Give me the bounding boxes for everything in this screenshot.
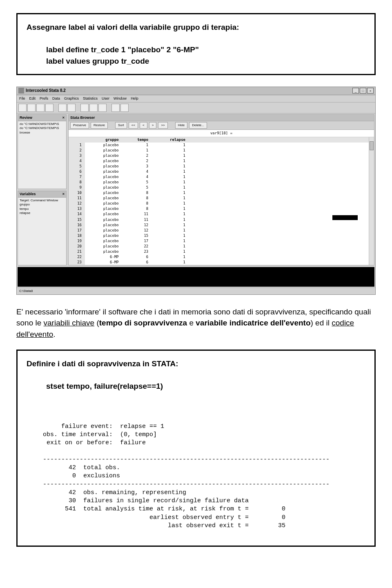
tool-btn[interactable] [67, 104, 76, 112]
browser-btn-prev[interactable]: < [140, 122, 147, 129]
cmd-stset: stset tempo, failure(relapse==1) [46, 381, 365, 392]
col-gruppo: gruppo [85, 137, 122, 143]
panel-close-icon[interactable]: × [62, 192, 65, 197]
tool-btn[interactable] [18, 104, 27, 112]
table-row[interactable]: 226-MP61 [69, 254, 369, 260]
table-row[interactable]: 4placebo21 [69, 158, 369, 164]
scroll-thumb[interactable] [370, 141, 374, 150]
variables-item[interactable]: gruppo [20, 203, 65, 207]
browser-btn-last[interactable]: >> [158, 122, 167, 129]
menu-file[interactable]: File [19, 96, 25, 101]
menu-data[interactable]: Data [52, 96, 60, 101]
browser-btn-sort[interactable]: Sort [115, 122, 127, 129]
app-icon [18, 88, 24, 94]
table-row[interactable]: 5placebo31 [69, 164, 369, 169]
table-row[interactable]: 17placebo121 [69, 228, 369, 233]
box-stset: Definire i dati di sopravvivenza in STAT… [16, 350, 376, 547]
vertical-scrollbar[interactable] [369, 137, 374, 265]
menu-graphics[interactable]: Graphics [64, 96, 79, 101]
menubar: File Edit Prefs Data Graphics Statistics… [17, 95, 375, 102]
table-row[interactable]: 20placebo221 [69, 244, 369, 249]
review-item[interactable]: do "C:\WINDOWS\TEMP\S [20, 122, 65, 126]
main-area: Review × do "C:\WINDOWS\TEMP\S do "C:\WI… [17, 114, 375, 266]
table-row[interactable]: 15placebo111 [69, 217, 369, 223]
para-underline-1: variabili chiave [44, 318, 95, 327]
browser-btn-first[interactable]: << [129, 122, 138, 129]
review-body: do "C:\WINDOWS\TEMP\S do "C:\WINDOWS\TEM… [18, 121, 66, 136]
tool-btn[interactable] [98, 104, 107, 112]
box2-title: Definire i dati di sopravvivenza in STAT… [27, 358, 365, 370]
data-table: gruppo tempo relapse 1placebo112placebo1… [69, 137, 369, 265]
variables-title-text: Variables [20, 192, 36, 197]
table-row[interactable]: 9placebo51 [69, 185, 369, 190]
stata-window: Intercooled Stata 8.2 _ □ × File Edit Pr… [16, 87, 376, 294]
table-row[interactable]: 8placebo51 [69, 180, 369, 185]
toolbar [17, 102, 375, 114]
command-window[interactable] [18, 267, 374, 287]
maximize-button[interactable]: □ [360, 88, 366, 94]
box1-title: Assegnare label ai valori della variabil… [27, 22, 365, 33]
data-table-wrap: gruppo tempo relapse 1placebo112placebo1… [69, 137, 374, 265]
menu-window[interactable]: Window [114, 96, 127, 101]
browser-btn-restore[interactable]: Restore [91, 122, 108, 129]
table-row[interactable]: 2placebo11 [69, 148, 369, 153]
tool-btn[interactable] [120, 104, 129, 112]
tool-btn[interactable] [45, 104, 53, 112]
tool-btn[interactable] [80, 104, 89, 112]
variables-body: Target: Command Window gruppo tempo rela… [18, 198, 66, 216]
table-row[interactable]: 18placebo151 [69, 233, 369, 238]
table-row[interactable]: 1placebo11 [69, 143, 369, 148]
window-controls: _ □ × [352, 88, 374, 94]
var-field[interactable]: var9[18] = [69, 130, 374, 137]
browser-btn-preserve[interactable]: Preserve [70, 122, 89, 129]
menu-help[interactable]: Help [131, 96, 138, 101]
paragraph-inform: E' necessario 'informare' il software ch… [16, 306, 376, 340]
review-item[interactable]: do "C:\WINDOWS\TEMP\S [20, 126, 65, 130]
browser-btn-hide[interactable]: Hide [175, 122, 187, 129]
menu-statistics[interactable]: Statistics [83, 96, 98, 101]
browser-btn-next[interactable]: > [149, 122, 157, 129]
browser-btn-delete[interactable]: Delete... [189, 122, 207, 129]
para-bold-2: variabile indicatrice dell'evento [196, 318, 310, 327]
para-bold-1: tempo di sopravvivenza [99, 318, 187, 327]
tool-btn[interactable] [111, 104, 120, 112]
menu-prefs[interactable]: Prefs [40, 96, 48, 101]
table-row[interactable]: 236-MP61 [69, 260, 369, 265]
table-row[interactable]: 14placebo111 [69, 212, 369, 217]
review-title: Review × [18, 115, 66, 121]
statusbar: C:\Stata8 [17, 287, 375, 294]
table-row[interactable]: 12placebo81 [69, 201, 369, 206]
table-row[interactable]: 21placebo231 [69, 249, 369, 254]
table-row[interactable]: 3placebo21 [69, 153, 369, 158]
table-row[interactable]: 16placebo121 [69, 223, 369, 228]
panel-close-icon[interactable]: × [62, 115, 65, 120]
variables-item[interactable]: tempo [20, 207, 65, 211]
variables-title: Variables × [18, 191, 66, 198]
tool-btn[interactable] [89, 104, 98, 112]
menu-user[interactable]: User [102, 96, 109, 101]
table-row[interactable]: 11placebo81 [69, 196, 369, 201]
col-tempo: tempo [122, 137, 152, 143]
review-panel: Review × do "C:\WINDOWS\TEMP\S do "C:\WI… [18, 114, 67, 189]
table-row[interactable]: 19placebo171 [69, 238, 369, 244]
variables-item[interactable]: relapse [20, 211, 65, 215]
stata-browser: Stata Browser Preserve Restore Sort << <… [68, 114, 374, 265]
minimize-button[interactable]: _ [352, 88, 359, 94]
variables-header: Target: Command Window [20, 198, 65, 203]
table-row[interactable]: 10placebo81 [69, 190, 369, 196]
close-button[interactable]: × [367, 88, 374, 94]
tool-btn[interactable] [36, 104, 45, 112]
table-row[interactable]: 7placebo41 [69, 174, 369, 180]
tool-btn[interactable] [58, 104, 67, 112]
left-column: Review × do "C:\WINDOWS\TEMP\S do "C:\WI… [17, 114, 67, 266]
table-row[interactable]: 6placebo41 [69, 169, 369, 174]
tool-btn[interactable] [27, 104, 36, 112]
app-title: Intercooled Stata 8.2 [26, 88, 66, 94]
review-item[interactable]: browse [20, 131, 65, 135]
browser-title: Stata Browser [69, 115, 374, 121]
table-row[interactable]: 13placebo81 [69, 206, 369, 212]
menu-edit[interactable]: Edit [29, 96, 36, 101]
box-label-define: Assegnare label ai valori della variabil… [16, 13, 376, 75]
cmd-label-values: label values gruppo tr_code [46, 56, 365, 67]
browser-toolbar: Preserve Restore Sort << < > >> Hide Del… [69, 121, 374, 130]
